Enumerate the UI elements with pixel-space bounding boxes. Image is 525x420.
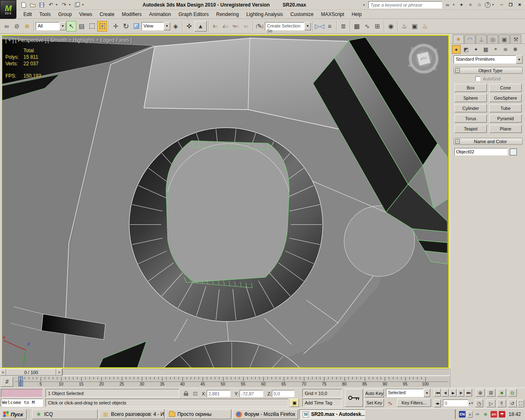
redo-dropdown[interactable]: ▾ [69, 3, 72, 7]
tray-expand-chevron[interactable]: « [467, 411, 472, 418]
select-scale-button[interactable] [131, 21, 141, 32]
collapse-icon[interactable]: − [455, 68, 460, 73]
select-rotate-button[interactable]: ↻ [121, 21, 131, 32]
layer-manager-button[interactable]: ≣ [338, 21, 348, 32]
set-keys-key-button[interactable] [345, 389, 363, 407]
key-filters-button[interactable]: Key Filters... [397, 399, 431, 407]
absolute-offset-toggle-icon[interactable]: ⊡ [191, 390, 199, 397]
window-crossing-button[interactable] [97, 21, 107, 32]
primitive-category-dropdown[interactable]: Standard Primitives ▼ [454, 55, 523, 64]
menu-edit[interactable]: Edit [20, 10, 36, 18]
select-move-button[interactable]: ✛ [111, 21, 121, 32]
percent-snap-button[interactable]: %∩ [231, 21, 241, 32]
curve-editor-button[interactable]: ∿ [362, 21, 372, 32]
play-button[interactable]: ▶ [450, 389, 457, 397]
task-3dsmax-active[interactable]: M SR20.max - Autodesk... [299, 409, 365, 419]
save-button[interactable] [38, 1, 46, 9]
schematic-view-button[interactable]: ⊞ [372, 21, 382, 32]
selection-set-arrow[interactable]: ▼ [304, 22, 311, 30]
time-configuration-icon[interactable]: ◷ [475, 399, 483, 407]
task-conversations[interactable]: ▤ Всего разговоров: 4 - И... [99, 409, 164, 419]
qat-overflow-dropdown[interactable]: ▾ [82, 3, 85, 7]
material-editor-button[interactable]: ◉ [386, 21, 396, 32]
menu-rendering[interactable]: Rendering [212, 10, 242, 18]
geometry-icon[interactable]: ● [452, 45, 461, 54]
time-slider-handle[interactable]: 0 / 100 [6, 369, 56, 376]
zoom-extents-all-icon[interactable]: ⧉ [508, 389, 517, 397]
z-coordinate-field[interactable] [272, 390, 294, 397]
named-selection-sets-button[interactable]: {✎} [255, 21, 265, 32]
object-name-field[interactable] [454, 148, 508, 155]
help-icon[interactable]: ? [485, 2, 491, 8]
spinner-snap-button[interactable]: ↕∩ [241, 21, 251, 32]
menu-group[interactable]: Group [55, 10, 75, 18]
menu-modifiers[interactable]: Modifiers [118, 10, 146, 18]
new-file-button[interactable] [20, 1, 28, 9]
selection-lock-icon[interactable] [182, 390, 189, 397]
teapot-button[interactable]: Teapot [454, 125, 487, 133]
create-tab-icon[interactable]: ✳ [453, 34, 464, 43]
shapes-icon[interactable]: ◩ [462, 45, 470, 54]
language-indicator[interactable]: EN [459, 411, 466, 418]
frame-forward-button[interactable]: > [56, 369, 62, 376]
tube-button[interactable]: Tube [489, 104, 522, 112]
key-filter-arrow[interactable]: ▼ [424, 389, 430, 397]
viewport-perspective[interactable]: N E S W TOP x z [1, 35, 449, 368]
keyboard-override-button[interactable]: ▲ [194, 21, 207, 32]
menu-customize[interactable]: Customize [287, 10, 317, 18]
utilities-tab-icon[interactable]: ⚒ [510, 34, 521, 43]
restore-button[interactable]: ❐ [507, 2, 514, 8]
zoom-icon[interactable]: ⊕ [476, 389, 485, 397]
mirror-button[interactable]: ▷◁ [315, 21, 324, 32]
x-coordinate-field[interactable] [207, 390, 231, 397]
reference-coordinate-dropdown[interactable]: View ▼ [142, 22, 170, 30]
set-key-button[interactable]: Set Key [365, 399, 384, 407]
menu-lighting-analysis[interactable]: Lighting Analysis [242, 10, 286, 18]
time-slider-track[interactable] [62, 369, 450, 376]
object-color-swatch[interactable] [510, 148, 517, 155]
search-binoculars-icon[interactable]: ∞ [444, 1, 451, 9]
pan-view-icon[interactable]: ▷ [486, 399, 495, 407]
next-frame-button[interactable]: ||▶ [457, 389, 464, 397]
modify-tab-icon[interactable]: ◠ [464, 34, 475, 43]
viewport-label[interactable]: [ + ] [ Perspective ] [ Smooth + Highlig… [5, 37, 132, 43]
menu-graph-editors[interactable]: Graph Editors [175, 10, 212, 18]
lights-icon[interactable]: ✦ [472, 45, 480, 54]
named-selection-set-field[interactable]: Create Selection Se ▼ [265, 22, 311, 30]
selection-filter-dropdown[interactable]: All ▼ [36, 22, 66, 30]
render-setup-button[interactable]: ♨ [399, 21, 409, 32]
key-filter-dropdown[interactable]: Selected ▼ [386, 389, 430, 397]
select-object-button[interactable]: ↖ [66, 21, 76, 32]
torus-button[interactable]: Torus [454, 114, 487, 123]
add-time-tag[interactable]: Add Time Tag [302, 399, 342, 407]
favorites-star-icon[interactable]: ☆ [476, 1, 483, 9]
tray-icq-icon[interactable]: ❀ [482, 411, 489, 418]
application-menu-button[interactable]: M 3DS [0, 0, 16, 19]
zoom-all-icon[interactable]: ⊞ [486, 389, 495, 397]
use-center-button[interactable]: ◈ [171, 21, 180, 32]
plane-button[interactable]: Plane [489, 125, 522, 133]
task-icq[interactable]: ❀ ICQ [32, 409, 98, 419]
cone-button[interactable]: Cone [489, 84, 522, 92]
menu-animation[interactable]: Animation [146, 10, 175, 18]
minimize-button[interactable]: ─ [498, 2, 505, 8]
cameras-icon[interactable]: ▦ [482, 45, 490, 54]
close-button[interactable]: ✕ [516, 2, 523, 8]
angle-snap-button[interactable]: ∠∩ [221, 21, 231, 32]
redo-button[interactable]: ↷ [60, 1, 68, 9]
menu-maxscript[interactable]: MAXScript [317, 10, 348, 18]
ref-coord-arrow[interactable]: ▼ [164, 22, 170, 30]
select-link-icon[interactable]: ∞ [2, 21, 11, 32]
helpers-icon[interactable]: ⌖ [491, 45, 500, 54]
fetch-button[interactable] [73, 1, 81, 9]
task-folder-screens[interactable]: Просто скрины [166, 409, 231, 419]
sphere-button[interactable]: Sphere [454, 94, 487, 102]
mini-curve-editor-button[interactable]: ⇵ [1, 377, 13, 387]
open-file-button[interactable] [29, 1, 37, 9]
goto-start-button[interactable]: |◀◀ [434, 389, 441, 397]
help-dropdown[interactable]: ▾ [492, 3, 495, 7]
motion-tab-icon[interactable]: ◎ [487, 34, 498, 43]
zoom-extents-icon[interactable]: ■ [497, 389, 506, 397]
walk-through-icon[interactable]: ‼ [497, 399, 506, 407]
isolate-selection-button[interactable]: ▣ [290, 399, 299, 407]
